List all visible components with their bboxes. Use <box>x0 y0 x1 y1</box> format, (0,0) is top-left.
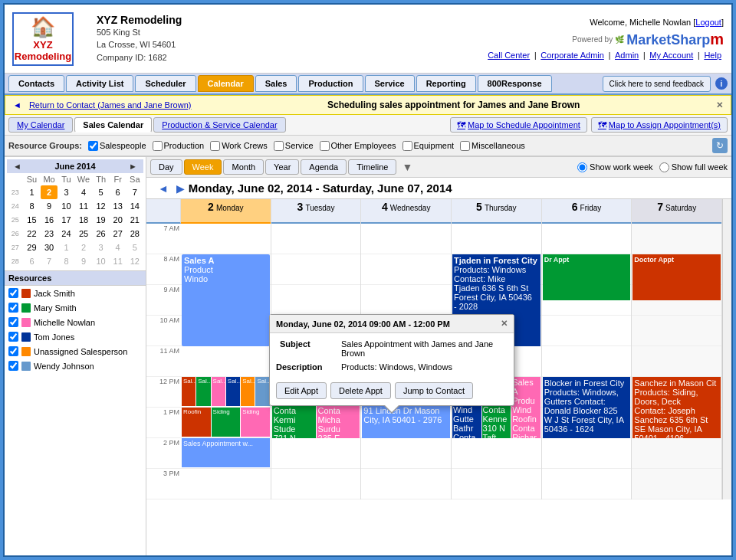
mini-cal-day[interactable]: 18 <box>74 213 92 227</box>
monday-slot-11am[interactable] <box>181 346 271 377</box>
full-week-radio[interactable]: Show full week <box>659 162 728 172</box>
rg-service[interactable]: Service <box>274 141 314 151</box>
sat-slot-8am[interactable]: Doctor Appt <box>632 254 721 285</box>
mini-cal-day[interactable]: 22 <box>23 227 40 241</box>
nav-scheduler[interactable]: Scheduler <box>135 75 196 92</box>
appt-mini-5[interactable]: Sal... <box>241 377 255 406</box>
mini-cal-day[interactable]: 14 <box>127 199 143 213</box>
mini-cal-day[interactable]: 4 <box>110 241 127 254</box>
appt-1pm-3[interactable]: Siding <box>241 408 270 437</box>
tab-sales-calendar[interactable]: Sales Calendar <box>74 117 152 133</box>
resource-checkbox-mary[interactable] <box>8 303 18 313</box>
mini-cal-day[interactable]: 13 <box>110 199 127 213</box>
nav-calendar[interactable]: Calendar <box>198 75 254 92</box>
appt-1pm-1[interactable]: Roofin <box>182 408 211 437</box>
mini-cal-day[interactable]: 8 <box>58 254 74 268</box>
mini-cal-day[interactable]: 17 <box>58 213 74 227</box>
thu-slot-2pm[interactable] <box>452 438 541 469</box>
jump-to-contact-button[interactable]: Jump to Contact <box>395 382 473 399</box>
mini-cal-day[interactable]: 27 <box>110 227 127 241</box>
mini-cal-day[interactable]: 12 <box>127 254 143 268</box>
appt-dr-appt[interactable]: Dr Appt <box>543 254 631 300</box>
wed-slot-7am[interactable] <box>361 224 451 254</box>
nav-sales[interactable]: Sales <box>255 75 297 92</box>
sat-slot-2pm[interactable] <box>632 438 721 469</box>
view-options-icon[interactable]: ▼ <box>402 161 412 173</box>
thu-slot-8am[interactable]: Tjaden in Forest City Products: Windows … <box>452 254 541 285</box>
fri-slot-2pm[interactable] <box>542 438 632 469</box>
date-prev-button[interactable]: ◄ <box>158 182 169 195</box>
monday-slot-2pm[interactable]: Sales Appointment w... <box>181 438 271 469</box>
mini-cal-day[interactable]: 9 <box>41 199 58 213</box>
mini-cal-next[interactable]: ► <box>125 162 141 171</box>
tab-production-service-calendar[interactable]: Production & Service Calendar <box>153 117 285 133</box>
mini-cal-prev[interactable]: ◄ <box>9 162 25 171</box>
appt-mini-4[interactable]: Sal... <box>226 377 240 406</box>
tuesday-slot-2pm[interactable] <box>271 438 361 469</box>
mini-cal-day[interactable]: 7 <box>41 254 58 268</box>
fri-slot-7am[interactable] <box>542 224 632 254</box>
mini-cal-day[interactable]: 25 <box>74 227 92 241</box>
day-col-saturday[interactable]: 7 Saturday Doctor Appt Sanchez in Ma <box>632 199 722 499</box>
mini-cal-day[interactable]: 2 <box>74 241 92 254</box>
resource-checkbox-wendy[interactable] <box>8 361 18 371</box>
view-year-button[interactable]: Year <box>265 159 299 175</box>
mini-cal-day[interactable]: 4 <box>74 185 92 199</box>
week-grid[interactable]: 7 AM 8 AM 9 AM 10 AM 11 AM 12 PM 1 PM 2 … <box>146 199 731 555</box>
rg-miscellaneous[interactable]: Miscellaneous <box>460 141 525 151</box>
mini-cal-day[interactable]: 21 <box>127 213 143 227</box>
mini-cal-day[interactable]: 23 <box>41 227 58 241</box>
mini-cal-day[interactable]: 7 <box>127 185 143 199</box>
feedback-button[interactable]: Click here to send feedback <box>603 76 711 92</box>
tuesday-slot-7am[interactable] <box>271 224 361 254</box>
resource-jack-smith[interactable]: Jack Smith <box>5 286 146 300</box>
view-timeline-button[interactable]: Timeline <box>348 159 396 175</box>
appt-doctor-appt[interactable]: Doctor Appt <box>632 254 721 300</box>
tuesday-slot-8am[interactable] <box>271 254 361 285</box>
tab-my-calendar[interactable]: My Calendar <box>8 117 73 133</box>
monday-slot-8am[interactable]: Sales A Product Windo <box>181 254 271 285</box>
view-month-button[interactable]: Month <box>223 159 264 175</box>
mini-cal-day[interactable]: 9 <box>74 254 92 268</box>
appt-1pm-2[interactable]: Siding <box>212 408 241 437</box>
appt-monday-2pm-sales[interactable]: Sales Appointment w... <box>182 438 270 467</box>
mini-cal-day[interactable]: 11 <box>74 199 92 213</box>
mini-cal-day-today[interactable]: 2 <box>41 185 58 199</box>
wed-slot-2pm[interactable] <box>361 438 451 469</box>
call-center-link[interactable]: Call Center <box>488 51 530 60</box>
return-to-contact-link[interactable]: Return to Contact (James and Jane Brown) <box>29 100 192 110</box>
close-notification-button[interactable]: ✕ <box>716 100 723 110</box>
appt-mini-6[interactable]: Sal... <box>255 377 269 406</box>
appt-sat-sanchez[interactable]: Sanchez in Mason Cit Products: Siding, D… <box>632 377 721 438</box>
tuesday-slot-9am[interactable] <box>271 285 361 316</box>
appt-sales-monday[interactable]: Sales A Product Windo <box>182 254 270 346</box>
mini-cal-day[interactable]: 6 <box>23 254 40 268</box>
view-day-button[interactable]: Day <box>150 159 182 175</box>
nav-800response[interactable]: 800Response <box>478 75 552 92</box>
mini-cal-day[interactable]: 1 <box>58 241 74 254</box>
fri-slot-12pm[interactable]: Blocker in Forest City Products: Windows… <box>542 377 632 408</box>
nav-contacts[interactable]: Contacts <box>8 75 64 92</box>
appt-mini-2[interactable]: Sal... <box>196 377 210 406</box>
resource-unassigned[interactable]: Unassigned Salesperson <box>5 344 146 359</box>
mini-cal-day[interactable]: 30 <box>41 241 58 254</box>
mini-cal-day[interactable]: 6 <box>110 185 127 199</box>
delete-appt-button[interactable]: Delete Appt <box>330 382 391 399</box>
appt-thu-sales[interactable]: Sales AProduWindRoofinContaRicharMatso63… <box>511 377 540 438</box>
resource-checkbox-unassigned[interactable] <box>8 346 18 356</box>
corporate-admin-link[interactable]: Corporate Admin <box>540 51 604 60</box>
nav-reporting[interactable]: Reporting <box>416 75 476 92</box>
mini-cal-day[interactable]: 20 <box>110 213 127 227</box>
map-assign-button[interactable]: 🗺 Map to Assign Appointment(s) <box>591 117 728 133</box>
admin-link[interactable]: Admin <box>615 51 639 60</box>
sat-slot-12pm[interactable]: Sanchez in Mason Cit Products: Siding, D… <box>632 377 721 408</box>
wed-slot-8am[interactable] <box>361 254 451 285</box>
day-col-friday[interactable]: 6 Friday Dr Appt Blocker in Forest C <box>542 199 632 499</box>
my-account-link[interactable]: My Account <box>649 51 693 60</box>
fri-slot-10am[interactable] <box>542 316 632 346</box>
rg-workcrews[interactable]: Work Crews <box>210 141 268 151</box>
fri-slot-11am[interactable] <box>542 346 632 377</box>
mini-cal-day[interactable]: 5 <box>127 241 143 254</box>
wed-slot-9am[interactable] <box>361 285 451 316</box>
mini-cal-day[interactable]: 28 <box>127 227 143 241</box>
